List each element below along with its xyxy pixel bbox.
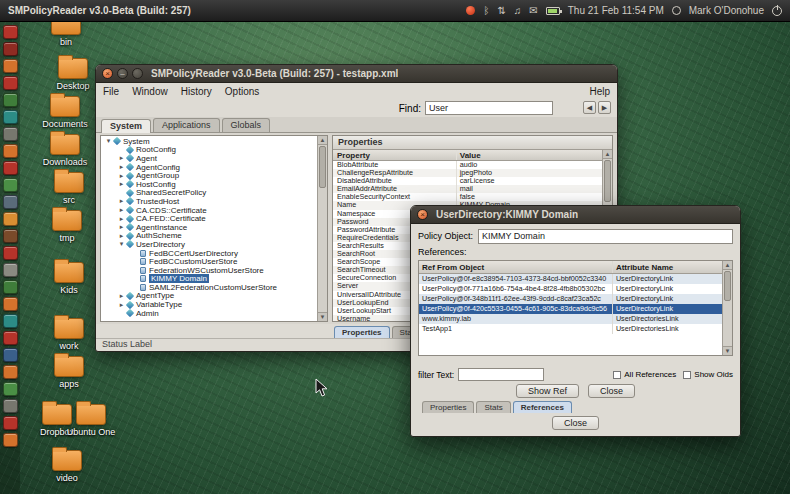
desktop-folder[interactable]: Documents xyxy=(36,96,94,129)
close-icon[interactable]: × xyxy=(417,209,428,220)
policy-object-input[interactable] xyxy=(478,229,733,244)
tree-item[interactable]: SharedSecretPolicy xyxy=(101,189,317,198)
mail-icon[interactable]: ✉ xyxy=(529,6,537,16)
desktop-folder[interactable]: src xyxy=(40,172,98,205)
launcher-app-icon[interactable] xyxy=(3,110,18,124)
tree-item[interactable]: Admin xyxy=(101,309,317,318)
launcher-app-icon[interactable] xyxy=(3,280,18,294)
network-icon[interactable]: ⇅ xyxy=(497,6,505,16)
tree-expander-icon[interactable]: ▸ xyxy=(117,292,126,300)
tree-item[interactable]: ▸CA.FED::Certificate xyxy=(101,214,317,223)
desktop-folder[interactable]: tmp xyxy=(38,210,96,243)
tree-item[interactable]: ▸TrustedHost xyxy=(101,197,317,206)
desktop-folder[interactable]: Downloads xyxy=(36,134,94,167)
tree-item[interactable]: ▾UserDirectory xyxy=(101,240,317,249)
close-icon[interactable]: × xyxy=(102,68,113,79)
dialog-titlebar[interactable]: × UserDirectory:KIMMY Domain xyxy=(411,206,740,224)
dialog-tab-stats[interactable]: Stats xyxy=(476,401,510,413)
menu-options[interactable]: Options xyxy=(225,86,259,97)
scroll-up-icon[interactable]: ▲ xyxy=(723,261,732,270)
tree-item[interactable]: ▸CA.CDS::Certificate xyxy=(101,206,317,215)
launcher-app-icon[interactable] xyxy=(3,25,18,39)
bluetooth-icon[interactable]: ᛒ xyxy=(483,6,489,16)
tree-item[interactable]: ▸HostConfig xyxy=(101,180,317,189)
tree-expander-icon[interactable]: ▾ xyxy=(117,240,126,248)
reference-row[interactable]: www.kimmy.labUserDirectoriesLink xyxy=(419,314,722,324)
clock[interactable]: Thu 21 Feb 11:54 PM xyxy=(568,6,664,16)
reference-row[interactable]: UserPolicy@0f-e8c38954-7103-4373-84cd-bb… xyxy=(419,274,722,284)
launcher-app-icon[interactable] xyxy=(3,416,18,430)
tree-item[interactable]: ▸AuthScheme xyxy=(101,232,317,241)
desktop-folder[interactable]: video xyxy=(38,450,96,483)
column-header-value[interactable]: Value xyxy=(457,150,602,160)
tree-item[interactable]: SAML2FederationCustomUserStore xyxy=(101,283,317,292)
menu-history[interactable]: History xyxy=(181,86,212,97)
scrollbar-thumb[interactable] xyxy=(724,271,731,301)
record-icon[interactable] xyxy=(466,6,475,15)
find-prev-button[interactable]: ◀ xyxy=(583,101,596,114)
launcher-app-icon[interactable] xyxy=(3,195,18,209)
tree-expander-icon[interactable]: ▸ xyxy=(117,163,126,171)
volume-icon[interactable]: ♫ xyxy=(514,6,522,16)
main-window-titlebar[interactable]: × – SMPolicyReader v3.0-Beta (Build: 257… xyxy=(96,65,617,83)
reference-row[interactable]: TestApp1UserDirectoriesLink xyxy=(419,324,722,334)
property-row[interactable]: EmailAddrAttributemail xyxy=(333,185,602,193)
desktop-folder[interactable]: Kids xyxy=(40,262,98,295)
show-ref-button[interactable]: Show Ref xyxy=(516,384,579,398)
menu-window[interactable]: Window xyxy=(132,86,168,97)
tree-item-selected[interactable]: KIMMY Domain xyxy=(101,275,317,284)
column-header-attribute-name[interactable]: Attribute Name xyxy=(613,261,722,273)
find-next-button[interactable]: ▶ xyxy=(598,101,611,114)
bottom-tab-properties[interactable]: Properties xyxy=(334,326,390,338)
scroll-up-icon[interactable]: ▲ xyxy=(603,150,612,159)
scroll-down-icon[interactable]: ▼ xyxy=(723,346,732,355)
tree-item[interactable]: ▸Agent xyxy=(101,154,317,163)
launcher-app-icon[interactable] xyxy=(3,212,18,226)
launcher-app-icon[interactable] xyxy=(3,229,18,243)
tree-expander-icon[interactable]: ▸ xyxy=(117,180,126,188)
desktop-folder[interactable]: apps xyxy=(40,356,98,389)
reference-row[interactable]: UserPolicy@0f-348b11f1-62ee-43f9-9cdd-c8… xyxy=(419,294,722,304)
battery-icon[interactable] xyxy=(546,7,560,15)
launcher-app-icon[interactable] xyxy=(3,263,18,277)
power-icon[interactable] xyxy=(772,6,782,16)
launcher-app-icon[interactable] xyxy=(3,297,18,311)
tab-globals[interactable]: Globals xyxy=(222,118,271,132)
checkbox-show-oids[interactable]: Show Oids xyxy=(683,370,733,379)
menu-file[interactable]: File xyxy=(103,86,119,97)
scrollbar-thumb[interactable] xyxy=(604,160,611,202)
tab-system[interactable]: System xyxy=(101,119,151,133)
property-row[interactable]: ChallengeRespAttributejpegPhoto xyxy=(333,169,602,177)
session-user-name[interactable]: Mark O'Donohue xyxy=(689,6,764,16)
desktop-folder[interactable]: work xyxy=(40,318,98,351)
tree-expander-icon[interactable]: ▸ xyxy=(117,154,126,162)
tree-expander-icon[interactable]: ▸ xyxy=(117,232,126,240)
close-button[interactable]: Close xyxy=(588,384,635,398)
references-scrollbar[interactable]: ▲ ▼ xyxy=(722,261,732,355)
tree-item[interactable]: ▸VariableType xyxy=(101,300,317,309)
tree-expander-icon[interactable]: ▸ xyxy=(117,197,126,205)
launcher-app-icon[interactable] xyxy=(3,246,18,260)
launcher-app-icon[interactable] xyxy=(3,348,18,362)
tree-expander-icon[interactable]: ▸ xyxy=(117,301,126,309)
tree-item[interactable]: ▸AgentGroup xyxy=(101,171,317,180)
launcher-app-icon[interactable] xyxy=(3,178,18,192)
find-input[interactable] xyxy=(425,101,553,115)
tree-scrollbar[interactable]: ▲ ▼ xyxy=(317,136,327,321)
launcher-app-icon[interactable] xyxy=(3,382,18,396)
menu-help[interactable]: Help xyxy=(589,86,610,97)
property-row[interactable]: BlobAttributeaudio xyxy=(333,161,602,169)
dialog-tab-properties[interactable]: Properties xyxy=(422,401,474,413)
tree-item[interactable]: ▾System xyxy=(101,137,317,146)
launcher-app-icon[interactable] xyxy=(3,127,18,141)
reference-row-selected[interactable]: UserPolicy@0f-420c5533-0455-4c61-905c-83… xyxy=(419,304,722,314)
tree-item[interactable]: ▸AgentConfig xyxy=(101,163,317,172)
scroll-up-icon[interactable]: ▲ xyxy=(318,136,327,145)
launcher-app-icon[interactable] xyxy=(3,144,18,158)
checkbox-all-references[interactable]: All References xyxy=(613,370,676,379)
scroll-down-icon[interactable]: ▼ xyxy=(318,312,327,321)
launcher-app-icon[interactable] xyxy=(3,76,18,90)
scrollbar-thumb[interactable] xyxy=(319,146,326,188)
tree-item[interactable]: FederationWSCustomUserStore xyxy=(101,266,317,275)
tree-item[interactable]: ▸AgentType xyxy=(101,292,317,301)
